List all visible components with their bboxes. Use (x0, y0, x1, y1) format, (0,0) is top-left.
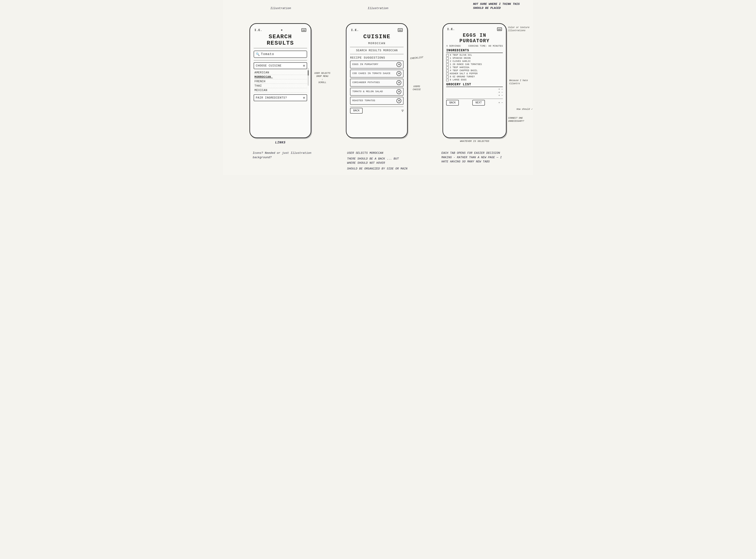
phone1-logo: I.E. (255, 28, 262, 32)
bottom-notes-area: Icons? Needed or just Illustration backg… (232, 151, 524, 171)
phone2-recipe-1-text: EGGS IN PURGATORY (352, 63, 396, 66)
phone2-recipe-4-btn[interactable]: ⊕ (396, 89, 401, 94)
phone3-whatever-selected: WHATEVER IS SELECTED (460, 140, 489, 142)
phone3-next-button[interactable]: NEXT (472, 100, 485, 106)
phone2-wrapper: I.E. CUISINE MOROCCAN SEARCH RESULTS MOR… (346, 23, 408, 138)
ingredient-9-checkbox[interactable] (446, 79, 449, 81)
phone1-cuisine-dropdown[interactable]: CHOOSE CUISINE ⊕ (254, 62, 307, 69)
phone2-recipe-3-text: CORIANDER POTATOES (352, 81, 396, 84)
phone3-back-button[interactable]: BACK (446, 100, 459, 106)
phone2-bottom-note-a: USER SELECTS MOROCCAN (347, 151, 409, 155)
ingredient-2[interactable]: 1 SPANISH ONION (446, 57, 503, 60)
cuisine-item-american[interactable]: AMERICAN (255, 70, 307, 75)
phone1-pair-label: PAIR INGREDIENTS? (256, 96, 287, 99)
phone3-cooking-time: COOKING TIME: 80 MINUTES (468, 45, 503, 47)
phone2-recipe-1[interactable]: EGGS IN PURGATORY ⊕ (350, 61, 404, 68)
ingredient-8[interactable]: 8 OZ GROUND TURKEY (446, 75, 503, 78)
ingredient-1[interactable]: 6 TBSP OLIVE OIL (446, 54, 503, 57)
search-icon: 🔍 (256, 52, 260, 56)
phone2-back-button[interactable]: BACK (350, 108, 363, 114)
grocery-row-2: + − (446, 91, 503, 94)
phone2-recipe-4[interactable]: TOMATO & MELON SALAD ⊕ (350, 88, 404, 96)
phone1-status-bar: I.E. (254, 28, 307, 32)
phone1-pair-ingredients[interactable]: PAIR INGREDIENTS? ⊕ (254, 94, 307, 101)
grocery-controls-1[interactable]: + − (498, 88, 503, 91)
phone1-screen-title: SEARCH RESULTS (254, 33, 307, 46)
ingredient-6[interactable]: 4 TBSP CHOPPED BASIL (446, 69, 503, 72)
phone1-menu-icon (301, 28, 306, 32)
phone3-wrapper: I.E. EGGS IN PURGATORY 4 SERVINGS COOKIN… (442, 23, 506, 142)
phone1-user-selects-note: USER SELECTS DROP MENU ↓ SCROLL (314, 72, 331, 84)
ingredient-9[interactable]: 8 LARGE EGGS (446, 79, 503, 81)
phone3-ingredients-header: INGREDIENTS (446, 49, 503, 53)
phone1-scrollbar[interactable] (307, 68, 309, 86)
phone3-plus-minus: + − (498, 102, 503, 104)
phone1-links-label: LINKS (275, 141, 285, 144)
ingredient-1-checkbox[interactable] (446, 54, 449, 57)
phone1-pair-icon: ⊕ (303, 96, 305, 99)
cuisine-item-thai[interactable]: THAI (255, 84, 307, 88)
phone2-logo: I.E. (351, 28, 359, 32)
phone2-recipe-1-btn[interactable]: ⊕ (396, 62, 401, 67)
phone2-screen-title: CUISINE (350, 33, 404, 40)
phone1-cuisine-label: CHOOSE CUISINE (256, 64, 281, 67)
phone3-connect-note: CONNECT ONE UNNECESSARY? (508, 117, 533, 123)
ingredient-7-checkbox[interactable] (446, 73, 449, 75)
phone2-recipe-2[interactable]: COD CAKES IN TOMATO SAUCE ⊕ (350, 70, 404, 77)
ingredient-3[interactable]: 2 CLOVES GARLIC (446, 60, 503, 63)
ingredient-7[interactable]: KOSHER SALT & PEPPER (446, 72, 503, 75)
phone3-bottom-nav: BACK NEXT + − (446, 98, 503, 107)
phone2-bottom-note-c: SHOULD BE ORGANIZED BY SIDE OR MAIN (347, 166, 409, 171)
phone3-recipe-meta: 4 SERVINGS COOKING TIME: 80 MINUTES (446, 45, 503, 47)
phone2-recipe-4-text: TOMATO & MELON SALAD (352, 90, 396, 93)
phone1-divider1 (254, 48, 307, 48)
phone2-bottom-notes: USER SELECTS MOROCCAN THERE SHOULD BE A … (347, 151, 409, 171)
phone1-dot (281, 29, 282, 31)
phone2-checklist-note: CHECKLIST (410, 56, 424, 60)
phone2-recipe-2-btn[interactable]: ⊕ (396, 71, 401, 76)
ingredient-2-checkbox[interactable] (446, 57, 449, 60)
phone2-bottom-icon: ▽ (402, 109, 404, 113)
phone2-screen-subtitle: MOROCCAN (350, 42, 404, 45)
phone3-status-bar: I.E. (446, 27, 503, 31)
ingredient-4-checkbox[interactable] (446, 63, 449, 66)
ingredient-6-checkbox[interactable] (446, 70, 449, 72)
phone2-menu-icon (398, 28, 403, 32)
cuisine-item-french[interactable]: FRENCH (255, 79, 307, 84)
phone2-recipe-5[interactable]: ROASTED TOMATOS ⊕ (350, 97, 404, 105)
ingredient-5-checkbox[interactable] (446, 67, 449, 69)
phone1: I.E. SEARCH RESULTS 🔍 Tomato CHOOSE CUIS… (250, 23, 311, 138)
ingredient-3-checkbox[interactable] (446, 60, 449, 63)
phone3-color-note: Color or texture Illustrations (508, 26, 535, 32)
ingredient-4[interactable]: 1 28 OUNCE CAN TOMATOES (446, 63, 503, 66)
grocery-controls-3[interactable]: + − (498, 94, 503, 97)
phone2-recipe-5-btn[interactable]: ⊕ (396, 98, 401, 103)
phone2-users-choice-note: USERS CHOICE (409, 85, 424, 91)
phone2-divider1 (350, 47, 404, 47)
phone2-recipe-suggestions-header: RECIPE SUGGESTIONS (350, 56, 404, 60)
phone2-recipe-5-text: ROASTED TOMATOS (352, 99, 396, 102)
phone3-because-note: Because I hate Cilantro (509, 79, 531, 85)
phone3-how-should-note: How should ✓ (517, 108, 533, 111)
phone1-search-bar[interactable]: 🔍 Tomato (254, 51, 307, 58)
phone3-recipe-title: EGGS IN PURGATORY (446, 33, 503, 44)
phone3-servings: 4 SERVINGS (446, 45, 460, 47)
ingredient-5[interactable]: 1 TBSP HARISSA (446, 66, 503, 69)
phone2: I.E. CUISINE MOROCCAN SEARCH RESULTS MOR… (346, 23, 408, 138)
phone2-status-bar: I.E. (350, 28, 404, 32)
cuisine-item-moroccan[interactable]: MORROCCAN. (255, 75, 307, 79)
phone2-recipe-3[interactable]: CORIANDER POTATOES ⊕ (350, 79, 404, 87)
grocery-controls-2[interactable]: + − (498, 91, 503, 94)
top-right-annotation: NOT SURE WHERE I THINK THIS SHOULD BE PL… (473, 2, 526, 10)
phone3-menu-icon (497, 27, 502, 31)
cuisine-item-mexican[interactable]: MEXICAN (255, 88, 307, 93)
phone2-bottom-note-b: THERE SHOULD BE A BACK ... BUT WHERE SHO… (347, 157, 409, 165)
phone3-logo: I.E. (447, 28, 455, 31)
phone3-bottom-note: EACH TAB OPENS FOR EASIER DECISION MAKIN… (441, 151, 503, 164)
phone1-search-text: Tomato (261, 52, 274, 56)
phone2-recipe-3-btn[interactable]: ⊕ (396, 80, 401, 85)
ingredient-8-checkbox[interactable] (446, 76, 449, 78)
phone1-bottom-note: Icons? Needed or just Illustration backg… (253, 151, 315, 159)
phone1-dropdown-icon: ⊕ (303, 64, 305, 68)
grocery-row-3: + − (446, 94, 503, 97)
